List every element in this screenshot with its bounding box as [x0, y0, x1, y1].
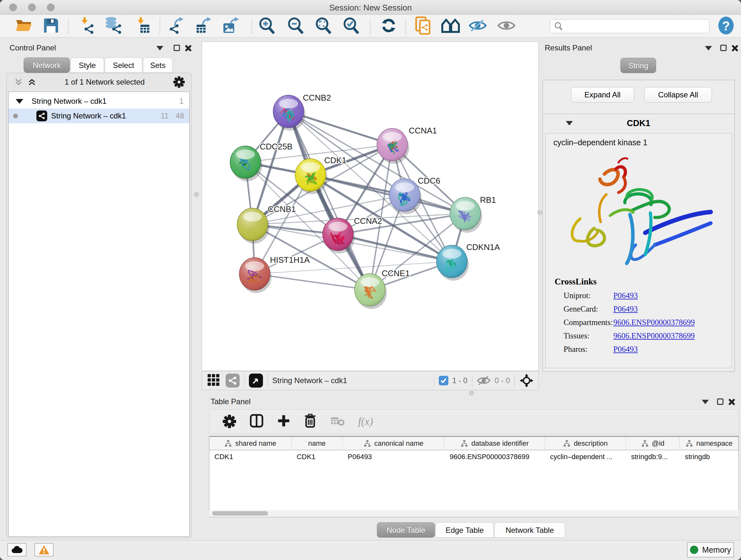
collapse-all-networks-icon[interactable] — [14, 78, 23, 86]
hide-selected-button[interactable] — [468, 18, 487, 34]
control-panel-close-icon[interactable] — [185, 45, 192, 52]
footer-separator — [434, 374, 434, 388]
open-session-button[interactable] — [15, 17, 33, 35]
grid-view-icon[interactable] — [207, 374, 220, 388]
column-header-description[interactable]: description — [545, 437, 626, 450]
zoom-out-button[interactable] — [286, 17, 305, 36]
export-table-button[interactable] — [194, 16, 213, 36]
crosslink-link[interactable]: P06493 — [613, 345, 637, 354]
results-panel-menu-icon[interactable] — [705, 46, 712, 51]
network-graph[interactable]: CCNB2CCNA1CDC25BCDK1CDC6RB1CCNB1CCNA2CDK… — [202, 42, 538, 371]
hidden-eye-icon[interactable] — [477, 376, 491, 385]
network-edge[interactable] — [311, 175, 465, 213]
control-panel-float-icon[interactable] — [174, 45, 180, 51]
expand-all-button[interactable]: Expand All — [571, 87, 634, 103]
results-panel-float-icon[interactable] — [720, 45, 727, 51]
tab-sets[interactable]: Sets — [143, 57, 173, 73]
selected-checkbox-icon[interactable] — [439, 376, 448, 385]
tab-style[interactable]: Style — [71, 57, 104, 73]
column-header-name[interactable]: name — [292, 437, 343, 450]
table-panel-float-icon[interactable] — [717, 398, 724, 405]
table-panel-title: Table Panel — [211, 397, 251, 406]
crosslink-link[interactable]: 9606.ENSP00000378699 — [613, 331, 695, 340]
network-view-icon[interactable] — [226, 374, 240, 388]
tab-network-table[interactable]: Network Table — [494, 522, 565, 538]
network-options-gear-icon[interactable] — [173, 76, 185, 88]
export-image-button[interactable] — [222, 16, 241, 36]
column-header--id[interactable]: @id — [626, 437, 680, 450]
delete-table-icon[interactable] — [330, 415, 345, 428]
results-panel-close-icon[interactable] — [731, 45, 738, 52]
tab-select[interactable]: Select — [105, 57, 142, 73]
collection-count: 1 — [179, 97, 184, 106]
gene-description: cyclin–dependent kinase 1 — [553, 138, 731, 147]
memory-button[interactable]: Memory — [687, 542, 734, 557]
show-columns-icon[interactable] — [250, 414, 264, 429]
network-edge[interactable] — [255, 274, 370, 290]
left-splitter-handle[interactable] — [194, 192, 199, 197]
import-table-button[interactable] — [133, 16, 151, 36]
show-all-button[interactable] — [497, 18, 516, 34]
node-label: CDKN1A — [466, 242, 500, 252]
delete-column-icon[interactable] — [304, 414, 317, 429]
table-panel-menu-icon[interactable] — [702, 400, 709, 404]
export-network-button[interactable] — [167, 16, 186, 36]
tab-string[interactable]: String — [620, 58, 656, 73]
table-panel-close-icon[interactable] — [728, 398, 735, 406]
add-column-icon[interactable] — [277, 414, 290, 429]
footer-separator — [472, 374, 472, 388]
network-node-hist1h1a[interactable]: HIST1H1A — [239, 255, 310, 293]
network-node-cdkn1a[interactable]: CDKN1A — [436, 242, 500, 281]
crosslink-link[interactable]: 9606.ENSP00000378699 — [613, 318, 695, 327]
import-network-database-button[interactable] — [104, 16, 123, 36]
zoom-selected-button[interactable] — [342, 17, 360, 36]
zoom-fit-button[interactable] — [314, 17, 332, 36]
crosslink-link[interactable]: P06493 — [613, 305, 637, 314]
control-panel-menu-icon[interactable] — [156, 46, 163, 51]
search-input[interactable] — [563, 20, 709, 32]
network-canvas[interactable]: CCNB2CCNA1CDC25BCDK1CDC6RB1CCNB1CCNA2CDK… — [202, 42, 539, 371]
network-row-selected[interactable]: String Network – cdk1 11 48 — [9, 109, 189, 123]
node-table: shared namenamecanonical namedatabase id… — [209, 436, 739, 517]
column-header-canonical-name[interactable]: canonical name — [343, 437, 445, 450]
refresh-button[interactable] — [380, 17, 398, 36]
zoom-in-button[interactable] — [258, 17, 276, 36]
network-node-ccnb2[interactable]: CCNB2 — [273, 93, 331, 131]
tab-edge-table[interactable]: Edge Table — [435, 522, 494, 538]
column-header-shared-name[interactable]: shared name — [209, 437, 292, 450]
network-node-ccna2[interactable]: CCNA2 — [323, 216, 382, 253]
birds-eye-view-icon[interactable] — [249, 374, 263, 388]
fit-selected-crosshair-icon[interactable] — [519, 373, 534, 388]
results-panel-title: Results Panel — [545, 44, 592, 52]
tab-node-table[interactable]: Node Table — [377, 522, 435, 538]
collection-expander-icon[interactable] — [16, 99, 23, 104]
network-node-cdc25b[interactable]: CDC25B — [230, 142, 293, 181]
table-horizontal-scrollbar[interactable] — [209, 510, 739, 516]
table-row[interactable]: CDK1CDK1P064939606.ENSP00000378699cyclin… — [209, 450, 738, 463]
first-neighbors-button[interactable] — [441, 18, 461, 35]
help-button[interactable]: ? — [718, 16, 734, 36]
cloud-status-button[interactable] — [7, 543, 26, 557]
warning-status-button[interactable] — [35, 543, 54, 557]
column-header-database-identifier[interactable]: database identifier — [445, 437, 545, 450]
import-network-file-button[interactable] — [77, 16, 96, 36]
column-header-namespace[interactable]: namespace — [680, 437, 738, 450]
table-options-gear-icon[interactable] — [223, 415, 236, 428]
crosslink-label: Uniprot: — [563, 291, 613, 300]
function-builder-icon[interactable]: f(x) — [358, 415, 373, 428]
control-panel-title: Control Panel — [10, 44, 56, 52]
network-collection-row[interactable]: String Network – cdk1 1 — [9, 94, 189, 109]
node-table-header: shared namenamecanonical namedatabase id… — [209, 437, 738, 450]
crosslink-link[interactable]: P06493 — [613, 291, 637, 300]
search-box — [550, 19, 710, 33]
network-node-rb1[interactable]: RB1 — [450, 195, 496, 233]
selected-node-edge-counts: 1 - 0 — [452, 376, 468, 385]
save-session-button[interactable] — [43, 17, 59, 35]
clone-network-button[interactable] — [414, 16, 432, 37]
horizontal-splitter-handle[interactable] — [469, 391, 474, 395]
collapse-all-button[interactable]: Collapse All — [644, 87, 712, 103]
tab-network[interactable]: Network — [23, 57, 70, 73]
scrollbar-thumb[interactable] — [212, 511, 268, 516]
expand-all-networks-icon[interactable] — [28, 78, 36, 86]
network-node-ccnb1[interactable]: CCNB1 — [237, 204, 296, 244]
